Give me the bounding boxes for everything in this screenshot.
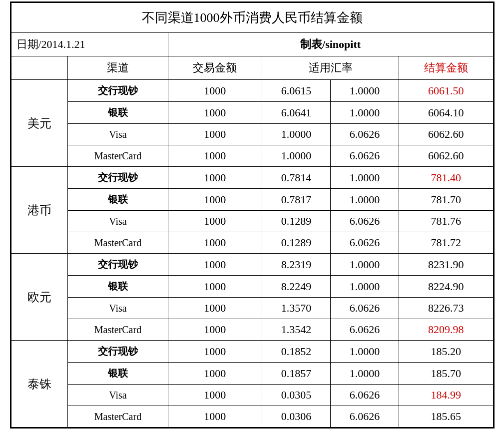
currency-cell-美元: 美元 xyxy=(11,80,68,167)
amount-cell: 1000 xyxy=(168,363,262,385)
amount-cell: 1000 xyxy=(168,341,262,363)
title-row: 不同渠道1000外币消费人民币结算金额 xyxy=(11,3,493,33)
table-title: 不同渠道1000外币消费人民币结算金额 xyxy=(11,3,493,33)
table-row: Visa10001.00006.06266062.60 xyxy=(11,124,493,145)
date-label: 日期/2014.1.21 xyxy=(11,33,168,56)
header-rate: 适用汇率 xyxy=(262,56,399,80)
rate2-cell: 6.0626 xyxy=(331,124,399,145)
rate1-cell: 1.0000 xyxy=(262,145,330,167)
rate2-cell: 6.0626 xyxy=(331,298,399,319)
rate1-cell: 6.0641 xyxy=(262,102,330,124)
table-row: 银联10006.06411.00006064.10 xyxy=(11,102,493,124)
rate1-cell: 1.0000 xyxy=(262,124,330,145)
settlement-cell: 781.76 xyxy=(399,211,493,232)
amount-cell: 1000 xyxy=(168,276,262,298)
amount-cell: 1000 xyxy=(168,385,262,406)
settlement-cell: 781.72 xyxy=(399,232,493,254)
channel-cell: Visa xyxy=(68,211,168,232)
main-table-wrapper: 不同渠道1000外币消费人民币结算金额 日期/2014.1.21 制表/sino… xyxy=(10,1,495,429)
rate1-cell: 0.1289 xyxy=(262,232,330,254)
rate1-cell: 0.0305 xyxy=(262,385,330,406)
amount-cell: 1000 xyxy=(168,211,262,232)
table-row: Visa10001.35706.06268226.73 xyxy=(11,298,493,319)
amount-cell: 1000 xyxy=(168,189,262,211)
amount-cell: 1000 xyxy=(168,80,262,102)
rate2-cell: 1.0000 xyxy=(331,102,399,124)
header-row: 渠道 交易金额 适用汇率 结算金额 xyxy=(11,56,493,80)
amount-cell: 1000 xyxy=(168,254,262,276)
settlement-cell: 8226.73 xyxy=(399,298,493,319)
rate1-cell: 1.3542 xyxy=(262,319,330,341)
rate1-cell: 1.3570 xyxy=(262,298,330,319)
table-row: 港币交行现钞10000.78141.0000781.40 xyxy=(11,167,493,189)
channel-cell: MasterCard xyxy=(68,406,168,428)
table-row: 银联10008.22491.00008224.90 xyxy=(11,276,493,298)
amount-cell: 1000 xyxy=(168,319,262,341)
settlement-cell: 185.65 xyxy=(399,406,493,428)
channel-cell: 银联 xyxy=(68,363,168,385)
table-row: 欧元交行现钞10008.23191.00008231.90 xyxy=(11,254,493,276)
settlement-cell: 6064.10 xyxy=(399,102,493,124)
settlement-cell: 6062.60 xyxy=(399,124,493,145)
rate2-cell: 1.0000 xyxy=(331,341,399,363)
settlement-cell: 6062.60 xyxy=(399,145,493,167)
rate2-cell: 6.0626 xyxy=(331,232,399,254)
rate2-cell: 6.0626 xyxy=(331,385,399,406)
currency-cell-港币: 港币 xyxy=(11,167,68,254)
rate2-cell: 1.0000 xyxy=(331,363,399,385)
table-row: MasterCard10001.00006.06266062.60 xyxy=(11,145,493,167)
settlement-cell: 8224.90 xyxy=(399,276,493,298)
channel-cell: Visa xyxy=(68,124,168,145)
rate1-cell: 0.1289 xyxy=(262,211,330,232)
settlement-cell: 8209.98 xyxy=(399,319,493,341)
channel-cell: Visa xyxy=(68,298,168,319)
rate2-cell: 6.0626 xyxy=(331,145,399,167)
amount-cell: 1000 xyxy=(168,298,262,319)
amount-cell: 1000 xyxy=(168,406,262,428)
currency-cell-泰铢: 泰铢 xyxy=(11,341,68,428)
settlement-cell: 8231.90 xyxy=(399,254,493,276)
amount-cell: 1000 xyxy=(168,145,262,167)
table-row: 银联10000.18571.0000185.70 xyxy=(11,363,493,385)
channel-cell: MasterCard xyxy=(68,232,168,254)
header-amount: 交易金额 xyxy=(168,56,262,80)
channel-cell: 交行现钞 xyxy=(68,80,168,102)
channel-cell: 银联 xyxy=(68,189,168,211)
table-row: Visa10000.03056.0626184.99 xyxy=(11,385,493,406)
settlement-cell: 6061.50 xyxy=(399,80,493,102)
table-row: 美元交行现钞10006.06151.00006061.50 xyxy=(11,80,493,102)
table-row: 银联10000.78171.0000781.70 xyxy=(11,189,493,211)
table-row: Visa10000.12896.0626781.76 xyxy=(11,211,493,232)
channel-cell: 交行现钞 xyxy=(68,167,168,189)
rate2-cell: 6.0626 xyxy=(331,211,399,232)
rate1-cell: 8.2249 xyxy=(262,276,330,298)
channel-cell: Visa xyxy=(68,385,168,406)
table-row: 泰铢交行现钞10000.18521.0000185.20 xyxy=(11,341,493,363)
header-settlement: 结算金额 xyxy=(399,56,493,80)
channel-cell: 交行现钞 xyxy=(68,254,168,276)
channel-cell: 交行现钞 xyxy=(68,341,168,363)
rate2-cell: 1.0000 xyxy=(331,167,399,189)
channel-cell: MasterCard xyxy=(68,319,168,341)
table-row: MasterCard10000.12896.0626781.72 xyxy=(11,232,493,254)
meta-row: 日期/2014.1.21 制表/sinopitt xyxy=(11,33,493,56)
channel-cell: MasterCard xyxy=(68,145,168,167)
header-channel: 渠道 xyxy=(68,56,168,80)
rate1-cell: 0.1852 xyxy=(262,341,330,363)
maker-label: 制表/sinopitt xyxy=(168,33,493,56)
channel-cell: 银联 xyxy=(68,102,168,124)
rate1-cell: 0.7817 xyxy=(262,189,330,211)
settlement-cell: 185.20 xyxy=(399,341,493,363)
rate1-cell: 0.0306 xyxy=(262,406,330,428)
settlement-cell: 184.99 xyxy=(399,385,493,406)
rate2-cell: 6.0626 xyxy=(331,319,399,341)
rate2-cell: 1.0000 xyxy=(331,80,399,102)
rate2-cell: 1.0000 xyxy=(331,254,399,276)
amount-cell: 1000 xyxy=(168,102,262,124)
settlement-cell: 185.70 xyxy=(399,363,493,385)
amount-cell: 1000 xyxy=(168,124,262,145)
header-currency xyxy=(11,56,68,80)
rate1-cell: 0.7814 xyxy=(262,167,330,189)
amount-cell: 1000 xyxy=(168,232,262,254)
currency-cell-欧元: 欧元 xyxy=(11,254,68,341)
